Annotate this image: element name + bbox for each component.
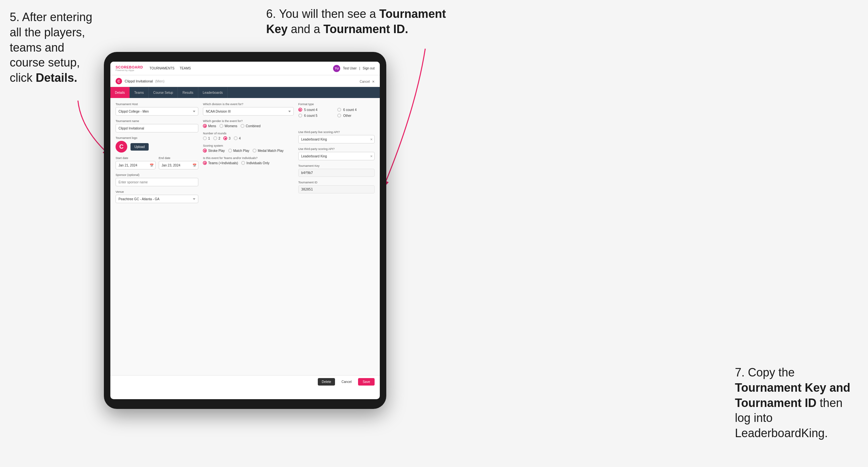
format-6count5[interactable]: 6 count 5 [298, 114, 336, 118]
instruction-left: 5. After entering all the players, teams… [10, 10, 97, 86]
rounds-radio-group: 1 2 3 [203, 136, 293, 140]
rounds-4-radio[interactable] [234, 136, 238, 140]
format-6count4[interactable]: 6 count 4 [337, 108, 375, 112]
division-group: Which division is the event for? NCAA Di… [203, 102, 293, 116]
cancel-button[interactable]: Cancel [338, 378, 355, 385]
rounds-4[interactable]: 4 [234, 136, 241, 140]
tab-details[interactable]: Details [111, 87, 130, 98]
gender-label: Which gender is the event for? [203, 119, 293, 123]
format-5count4[interactable]: 5 count 4 [298, 108, 336, 112]
sponsor-input[interactable] [116, 178, 198, 186]
gender-womens-radio[interactable] [219, 124, 223, 128]
venue-group: Venue Peachtree GC - Atlanta - GA [116, 190, 198, 203]
venue-label: Venue [116, 190, 198, 193]
teams-plus-radio[interactable] [203, 161, 207, 165]
sponsor-group: Sponsor (optional) [116, 173, 198, 186]
step-number-7: 7. [735, 366, 745, 379]
start-date-field: Start date 📅 [116, 156, 155, 169]
rounds-2[interactable]: 2 [213, 136, 220, 140]
upload-button[interactable]: Upload [130, 143, 149, 151]
tab-results[interactable]: Results [178, 87, 198, 98]
tab-teams[interactable]: Teams [130, 87, 149, 98]
gender-combined[interactable]: Combined [241, 124, 261, 128]
nav-teams[interactable]: TEAMS [180, 66, 191, 70]
logo-upload-area: C Upload [116, 141, 198, 153]
start-date-wrap: 📅 [116, 161, 155, 169]
tournament-name-label: Tournament name [116, 119, 198, 123]
scoring-medal[interactable]: Medal Match Play [252, 149, 283, 153]
gender-mens-radio[interactable] [203, 124, 207, 128]
tab-course-setup[interactable]: Course Setup [149, 87, 178, 98]
rounds-3-radio[interactable] [223, 136, 227, 140]
tournament-host-select[interactable]: Clippd College - Men [116, 107, 198, 116]
sponsor-label: Sponsor (optional) [116, 173, 198, 177]
cancel-area: Cancel ✕ [360, 78, 375, 84]
format-other-radio[interactable] [337, 114, 341, 118]
rounds-3[interactable]: 3 [223, 136, 230, 140]
third-party-2-clear[interactable]: ✕ [370, 154, 373, 158]
scoring-group: Scoring system Stroke Play Match Play [203, 144, 293, 153]
tournament-logo-group: Tournament logo C Upload [116, 136, 198, 153]
form-col-middle: Which division is the event for? NCAA Di… [203, 102, 293, 371]
gender-combined-radio[interactable] [241, 124, 244, 128]
third-party-1-group: Use third-party live scoring API? ✕ [298, 130, 375, 144]
end-date-wrap: 📅 [159, 161, 199, 169]
tournament-name-group: Tournament name [116, 119, 198, 132]
instruction-bottom-right: 7. Copy the Tournament Key and Tournamen… [735, 365, 858, 441]
format-6count5-radio[interactable] [298, 114, 302, 118]
and-text: and a [291, 22, 320, 36]
tablet-screen: SCOREBOARD Powered by clippa TOURNAMENTS… [111, 62, 380, 399]
teams-individuals-radio[interactable] [241, 161, 245, 165]
division-select[interactable]: NCAA Division III [203, 107, 293, 116]
third-party-1-clear[interactable]: ✕ [370, 137, 373, 141]
tournament-key-group: Tournament Key b4f9b7 [298, 164, 375, 177]
gender-mens[interactable]: Mens [203, 124, 216, 128]
rounds-1[interactable]: 1 [203, 136, 210, 140]
venue-select[interactable]: Peachtree GC - Atlanta - GA [116, 195, 198, 203]
delete-button[interactable]: Delete [318, 378, 335, 385]
tournament-name-input[interactable] [116, 124, 198, 132]
teams-plus-individuals[interactable]: Teams (+Individuals) [203, 161, 238, 165]
third-party-1-input[interactable] [298, 135, 375, 144]
start-date-calendar-icon[interactable]: 📅 [150, 163, 154, 167]
nav-tournaments[interactable]: TOURNAMENTS [149, 66, 174, 70]
division-label: Which division is the event for? [203, 102, 293, 106]
tournament-id-group: Tournament ID 302051 [298, 181, 375, 193]
cancel-link[interactable]: Cancel ✕ [360, 80, 375, 84]
form-col-right: Format type 5 count 4 6 count 4 [298, 102, 375, 371]
gender-womens[interactable]: Womens [219, 124, 237, 128]
format-type-group: Format type 5 count 4 6 count 4 [298, 102, 375, 118]
third-party-1-label: Use third-party live scoring API? [298, 130, 375, 134]
tournament-id-label-instr: Tournament ID. [323, 22, 408, 36]
third-party-2-label: Use third-party scoring API? [298, 147, 375, 151]
format-6count4-radio[interactable] [337, 108, 341, 112]
scoring-label: Scoring system [203, 144, 293, 147]
scoring-match[interactable]: Match Play [228, 149, 249, 153]
end-date-label: End date [159, 156, 199, 160]
logo-area: SCOREBOARD Powered by clippa TOURNAMENTS… [116, 65, 191, 71]
logo-preview: C [116, 141, 127, 153]
teams-radio-group: Teams (+Individuals) Individuals Only [203, 161, 293, 165]
third-party-2-group: Use third-party scoring API? ✕ [298, 147, 375, 160]
end-date-calendar-icon[interactable]: 📅 [192, 163, 196, 167]
format-list: 5 count 4 6 count 4 6 count 5 Other [298, 108, 375, 118]
tournament-name-display: Clippd Invitational (Men) [125, 79, 164, 83]
tab-leaderboards[interactable]: Leaderboards [198, 87, 228, 98]
app-header: SCOREBOARD Powered by clippa TOURNAMENTS… [111, 62, 380, 75]
rounds-2-radio[interactable] [213, 136, 217, 140]
dates-group: Start date 📅 End date 📅 [116, 156, 198, 169]
save-button[interactable]: Save [358, 378, 375, 385]
scoring-stroke-radio[interactable] [203, 149, 207, 153]
scoring-stroke[interactable]: Stroke Play [203, 149, 225, 153]
scoring-match-radio[interactable] [228, 149, 232, 153]
sign-out-link[interactable]: Sign out [363, 66, 375, 70]
scoring-medal-radio[interactable] [252, 149, 256, 153]
format-other[interactable]: Other [337, 114, 375, 118]
third-party-2-input-wrap: ✕ [298, 152, 375, 160]
rounds-group: Number of rounds 1 2 [203, 132, 293, 140]
third-party-2-input[interactable] [298, 152, 375, 160]
tournament-logo-label: Tournament logo [116, 136, 198, 139]
teams-individuals-only[interactable]: Individuals Only [241, 161, 270, 165]
rounds-1-radio[interactable] [203, 136, 207, 140]
format-5count4-radio[interactable] [298, 108, 302, 112]
